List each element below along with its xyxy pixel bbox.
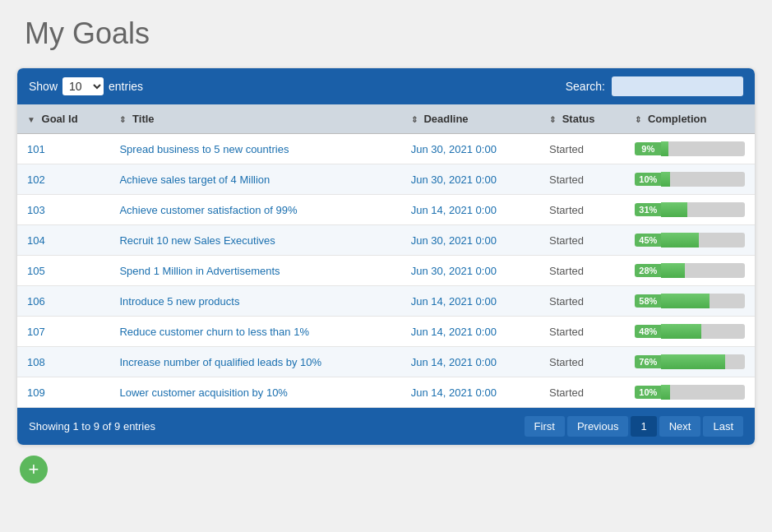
progress-track <box>661 354 745 369</box>
table-footer: Showing 1 to 9 of 9 entries First Previo… <box>17 408 755 445</box>
cell-deadline: Jun 14, 2021 0:00 <box>401 347 539 377</box>
sort-icon-status: ⇕ <box>549 115 556 124</box>
search-box: Search: <box>566 76 743 96</box>
progress-track <box>661 233 745 247</box>
progress-fill <box>661 385 669 400</box>
progress-track <box>661 263 745 278</box>
sort-icon-title: ⇕ <box>119 115 126 124</box>
cell-status: Started <box>539 377 625 408</box>
col-header-goalid[interactable]: ▼ Goal Id <box>17 104 109 134</box>
progress-bar: 58% <box>635 294 745 308</box>
cell-goalid: 108 <box>17 347 109 377</box>
show-label: Show <box>29 80 58 93</box>
col-header-completion[interactable]: ⇕ Completion <box>625 104 755 134</box>
cell-deadline: Jun 14, 2021 0:00 <box>401 195 539 225</box>
table-row: 107 Reduce customer churn to less than 1… <box>17 317 755 347</box>
progress-fill <box>661 263 684 278</box>
sort-icon-goalid: ▼ <box>27 115 35 124</box>
cell-status: Started <box>539 225 625 256</box>
progress-bar: 31% <box>635 202 745 217</box>
table-row: 108 Increase number of qualified leads b… <box>17 347 755 377</box>
cell-status: Started <box>539 195 625 225</box>
next-button[interactable]: Next <box>659 416 701 437</box>
progress-bar: 28% <box>635 263 745 278</box>
cell-completion: 9% <box>625 134 755 164</box>
cell-completion: 48% <box>625 317 755 347</box>
sort-icon-deadline: ⇕ <box>411 115 418 124</box>
table-body: 101 Spread business to 5 new countries J… <box>17 134 755 408</box>
cell-deadline: Jun 14, 2021 0:00 <box>401 377 539 408</box>
progress-label: 28% <box>635 264 661 277</box>
progress-label: 10% <box>635 386 661 399</box>
sort-icon-completion: ⇕ <box>635 115 641 124</box>
entries-select[interactable]: 10 25 50 100 <box>62 77 104 95</box>
progress-label: 48% <box>635 325 661 338</box>
col-header-status[interactable]: ⇕ Status <box>539 104 625 134</box>
pagination: First Previous 1 Next Last <box>525 416 743 437</box>
cell-title: Reduce customer churn to less than 1% <box>109 317 400 347</box>
col-header-title[interactable]: ⇕ Title <box>109 104 400 134</box>
cell-completion: 28% <box>625 256 755 286</box>
cell-goalid: 104 <box>17 225 109 256</box>
table-row: 106 Introduce 5 new products Jun 14, 202… <box>17 286 755 317</box>
progress-bar: 9% <box>635 141 745 156</box>
cell-goalid: 105 <box>17 256 109 286</box>
cell-deadline: Jun 14, 2021 0:00 <box>401 286 539 317</box>
cell-deadline: Jun 14, 2021 0:00 <box>401 317 539 347</box>
table-toolbar: Show 10 25 50 100 entries Search: <box>17 68 755 104</box>
cell-goalid: 107 <box>17 317 109 347</box>
goals-table: ▼ Goal Id ⇕ Title ⇕ Deadline ⇕ Status ⇕ <box>17 104 755 408</box>
search-input[interactable] <box>612 76 743 96</box>
cell-status: Started <box>539 347 625 377</box>
progress-label: 9% <box>635 142 661 155</box>
cell-deadline: Jun 30, 2021 0:00 <box>401 225 539 256</box>
table-header-row: ▼ Goal Id ⇕ Title ⇕ Deadline ⇕ Status ⇕ <box>17 104 755 134</box>
progress-track <box>661 385 745 400</box>
add-goal-button[interactable]: + <box>20 456 48 483</box>
progress-fill <box>661 324 701 339</box>
progress-bar: 45% <box>635 233 745 247</box>
cell-title: Achieve customer satisfaction of 99% <box>109 195 400 225</box>
cell-deadline: Jun 30, 2021 0:00 <box>401 256 539 286</box>
progress-fill <box>661 233 699 247</box>
cell-completion: 31% <box>625 195 755 225</box>
cell-status: Started <box>539 164 625 195</box>
cell-deadline: Jun 30, 2021 0:00 <box>401 164 539 195</box>
goals-table-container: Show 10 25 50 100 entries Search: ▼ Goal… <box>16 67 756 446</box>
progress-label: 10% <box>635 173 661 186</box>
progress-fill <box>661 354 724 369</box>
cell-status: Started <box>539 317 625 347</box>
cell-goalid: 101 <box>17 134 109 164</box>
progress-track <box>661 141 745 156</box>
first-button[interactable]: First <box>525 416 565 437</box>
progress-track <box>661 172 745 187</box>
progress-fill <box>661 294 710 308</box>
entries-label: entries <box>109 80 143 93</box>
page-title: My Goals <box>16 16 756 51</box>
table-row: 109 Lower customer acquisition by 10% Ju… <box>17 377 755 408</box>
progress-fill <box>661 202 687 217</box>
cell-title: Recruit 10 new Sales Executives <box>109 225 400 256</box>
cell-completion: 10% <box>625 377 755 408</box>
cell-goalid: 103 <box>17 195 109 225</box>
cell-title: Introduce 5 new products <box>109 286 400 317</box>
progress-bar: 10% <box>635 385 745 400</box>
cell-title: Achieve sales target of 4 Million <box>109 164 400 195</box>
previous-button[interactable]: Previous <box>567 416 629 437</box>
cell-completion: 10% <box>625 164 755 195</box>
progress-label: 45% <box>635 234 661 247</box>
table-row: 104 Recruit 10 new Sales Executives Jun … <box>17 225 755 256</box>
cell-title: Spread business to 5 new countries <box>109 134 400 164</box>
progress-bar: 10% <box>635 172 745 187</box>
last-button[interactable]: Last <box>703 416 743 437</box>
cell-title: Increase number of qualified leads by 10… <box>109 347 400 377</box>
progress-fill <box>661 141 668 156</box>
progress-label: 76% <box>635 355 661 368</box>
cell-goalid: 102 <box>17 164 109 195</box>
progress-track <box>661 324 745 339</box>
page-1-button[interactable]: 1 <box>631 416 656 437</box>
progress-bar: 48% <box>635 324 745 339</box>
cell-goalid: 106 <box>17 286 109 317</box>
col-header-deadline[interactable]: ⇕ Deadline <box>401 104 539 134</box>
progress-fill <box>661 172 669 187</box>
